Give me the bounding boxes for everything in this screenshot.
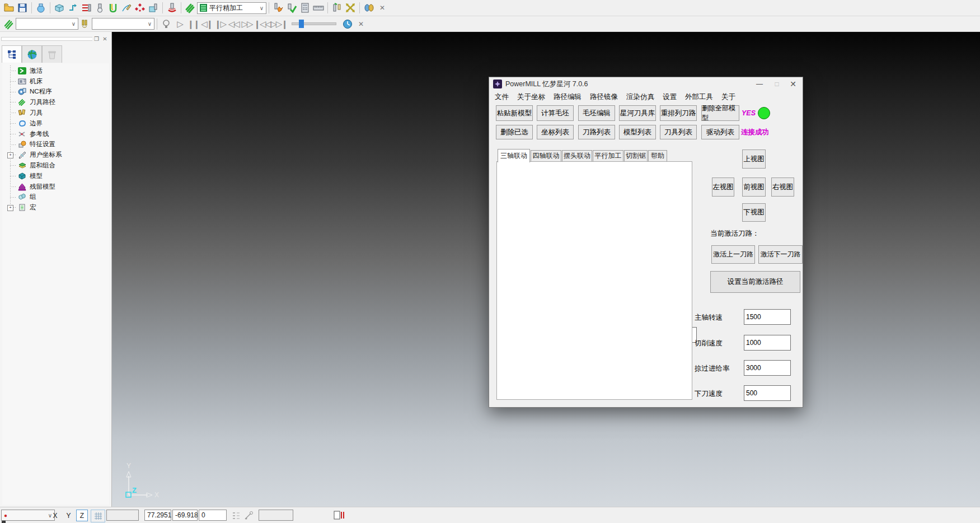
coord-list-icon[interactable] <box>232 511 241 520</box>
slider-handle[interactable] <box>299 20 304 28</box>
restore-panel-icon[interactable]: ❐ <box>92 35 101 43</box>
activate-next-button[interactable]: 激活下一刀路 <box>758 245 803 264</box>
drive-list-button[interactable]: 驱动列表 <box>701 125 739 139</box>
view-right-button[interactable]: 右视图 <box>771 178 794 197</box>
tree-item-machine[interactable]: 机床 <box>7 76 109 87</box>
rearrange-paths-button[interactable]: 重排列刀路 <box>660 105 697 121</box>
tab-parallel[interactable]: 平行加工 <box>593 150 623 162</box>
maximize-icon[interactable]: □ <box>768 78 785 90</box>
plunge-feed-input[interactable] <box>744 385 791 401</box>
view-left-button[interactable]: 左视图 <box>712 178 734 197</box>
close-icon[interactable]: ✕ <box>785 78 801 90</box>
grid-toggle-button[interactable] <box>91 510 105 522</box>
expand-icon[interactable]: + <box>7 205 13 211</box>
collision-check-icon[interactable] <box>165 1 179 15</box>
tab-web-view[interactable] <box>22 45 42 63</box>
close-toolbar-icon[interactable]: ✕ <box>354 17 368 31</box>
axis-y-button[interactable]: Y <box>63 510 74 521</box>
delete-selected-button[interactable]: 删除已选 <box>496 125 533 139</box>
block-edit-button[interactable]: 毛坯编辑 <box>578 105 615 121</box>
pattern-edit-icon[interactable] <box>120 1 133 15</box>
feeds-speeds-icon[interactable] <box>79 1 93 15</box>
step-forward-icon[interactable]: ❙▷ <box>213 17 227 31</box>
go-to-end-icon[interactable]: ▷▷❙ <box>270 17 287 31</box>
toolpath-list-button[interactable]: 刀路列表 <box>578 125 615 139</box>
page-status-icon[interactable] <box>334 511 345 520</box>
delete-all-models-button[interactable]: 删除全部模型 <box>701 105 739 121</box>
model-compare-icon[interactable] <box>362 1 376 15</box>
sim-clock-icon[interactable] <box>341 17 354 31</box>
step-back-icon[interactable]: ◁❙ <box>200 17 213 31</box>
save-project-icon[interactable] <box>16 1 29 15</box>
tree-item-tools[interactable]: 刀具 <box>7 108 109 118</box>
tool-library-button[interactable]: 星河刀具库 <box>619 105 656 121</box>
tab-recycle-bin[interactable] <box>42 45 62 63</box>
tree-item-activate[interactable]: 激活 <box>7 66 109 76</box>
highlight-icon[interactable] <box>160 17 173 31</box>
expand-icon[interactable]: + <box>7 152 13 158</box>
paste-new-model-button[interactable]: 粘贴新模型 <box>496 105 533 121</box>
axis-x-button[interactable]: X <box>49 510 61 521</box>
rewind-icon[interactable]: ◁◁ <box>227 17 240 31</box>
grid-size-field[interactable] <box>106 510 139 521</box>
tool-list-button[interactable]: 刀具列表 <box>660 125 697 139</box>
pattern-points-icon[interactable] <box>133 1 147 15</box>
batch-process-icon[interactable] <box>271 1 285 15</box>
tab-4axis[interactable]: 四轴联动 <box>531 150 561 162</box>
axis-z-button[interactable]: Z <box>76 510 88 521</box>
fast-forward-icon[interactable]: ▷▷ <box>240 17 254 31</box>
panel-grip[interactable]: ❐ ✕ <box>1 35 109 43</box>
close-toolbar-icon[interactable]: ✕ <box>376 1 389 15</box>
menu-about-coords[interactable]: 关于坐标 <box>517 92 545 102</box>
tree-item-toolpaths[interactable]: 刀具路径 <box>7 97 109 108</box>
tab-swivel[interactable]: 摆头联动 <box>562 150 592 162</box>
tool-change-icon[interactable] <box>330 1 344 15</box>
calc-block-button[interactable]: 计算毛坯 <box>537 105 574 121</box>
tree-item-patterns[interactable]: 参考线 <box>7 129 109 139</box>
sim-tool-select[interactable]: ∨ <box>92 18 154 30</box>
menu-path-edit[interactable]: 路径编辑 <box>554 92 582 102</box>
close-panel-icon[interactable]: ✕ <box>101 35 109 43</box>
toolpath-spring-icon[interactable] <box>184 1 197 15</box>
coord-x-field[interactable]: 77.2951 <box>144 510 171 521</box>
coord-list-button[interactable]: 坐标列表 <box>537 125 574 139</box>
calculator-icon[interactable] <box>298 1 312 15</box>
spindle-speed-input[interactable] <box>744 309 791 325</box>
open-project-icon[interactable] <box>2 1 16 15</box>
tree-item-models[interactable]: 模型 <box>7 171 109 181</box>
set-active-path-button[interactable]: 设置当前激活路径 <box>710 271 800 293</box>
tree-item-feature-sets[interactable]: 特征设置 <box>7 139 109 150</box>
cutting-feed-input[interactable] <box>744 335 791 351</box>
tab-saw[interactable]: 切割锯 <box>624 150 648 162</box>
view-front-button[interactable]: 前视图 <box>742 178 766 197</box>
view-top-button[interactable]: 上视图 <box>742 150 766 169</box>
model-list-button[interactable]: 模型列表 <box>619 125 656 139</box>
tree-item-levels[interactable]: 层和组合 <box>7 160 109 171</box>
dialog-titlebar[interactable]: PowerMILL 忆梦星河 7.0.6 — □ ✕ <box>489 77 803 91</box>
go-to-start-icon[interactable]: ❙◁◁ <box>254 17 270 31</box>
menu-about[interactable]: 关于 <box>721 92 735 102</box>
menu-render-sim[interactable]: 渲染仿真 <box>626 92 654 102</box>
tree-item-groups[interactable]: 组 <box>7 192 109 203</box>
menu-external-tools[interactable]: 外部工具 <box>685 92 713 102</box>
preferences-icon[interactable] <box>34 1 48 15</box>
activate-prev-button[interactable]: 激活上一刀路 <box>711 245 755 264</box>
tree-item-nc-programs[interactable]: NC程序 <box>7 87 109 97</box>
menu-path-mirror[interactable]: 路径镜像 <box>590 92 618 102</box>
menu-settings[interactable]: 设置 <box>663 92 677 102</box>
tree-item-boundaries[interactable]: 边界 <box>7 118 109 129</box>
coord-y-field[interactable]: -69.918 <box>172 510 198 521</box>
tab-3axis[interactable]: 三轴联动 <box>498 149 530 162</box>
transform-icon[interactable] <box>344 1 357 15</box>
skim-feed-input[interactable] <box>744 360 791 376</box>
leads-links-icon[interactable] <box>106 1 120 15</box>
active-strategy-dropdown[interactable]: 平行精加工 ∨ <box>197 2 266 14</box>
rapid-move-icon[interactable] <box>66 1 79 15</box>
tree-item-macros[interactable]: + 宏 <box>7 202 109 213</box>
view-bottom-button[interactable]: 下视图 <box>742 203 766 222</box>
toolpath-tool-icon[interactable] <box>93 1 106 15</box>
pause-icon[interactable]: ❙❙ <box>186 17 200 31</box>
tab-explorer-tree[interactable] <box>2 45 22 63</box>
play-icon[interactable]: ▷ <box>173 17 186 31</box>
status-dropdown[interactable]: ● ∨ <box>1 510 55 521</box>
